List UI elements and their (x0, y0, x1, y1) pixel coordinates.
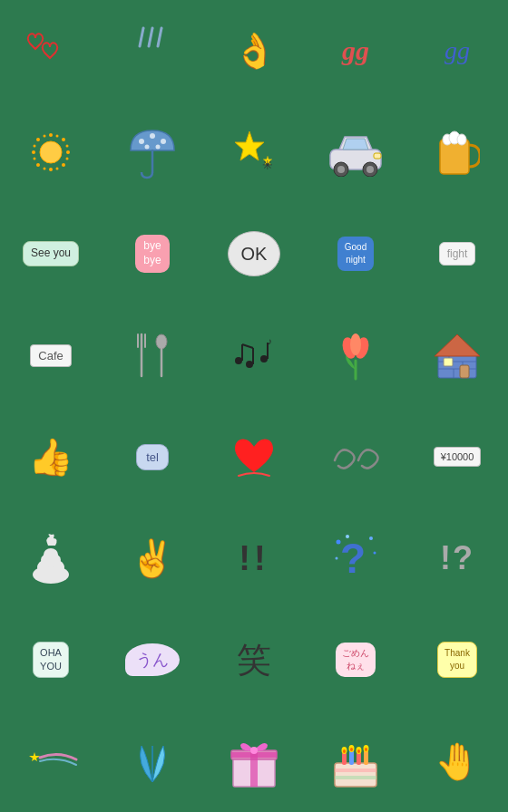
svg-point-38 (457, 134, 466, 145)
svg-point-49 (260, 355, 268, 362)
svg-point-14 (34, 145, 36, 148)
svg-point-68 (44, 548, 58, 561)
cell-music: ♪ (203, 304, 305, 406)
cell-good-night: Goodnight (305, 203, 406, 304)
tulip-icon (333, 328, 378, 382)
cell-peace: ✌️ (102, 508, 203, 609)
svg-point-70 (337, 540, 341, 545)
svg-line-2 (158, 28, 161, 46)
see-you-bubble: See you (23, 241, 79, 266)
umbrella-icon (127, 125, 178, 179)
gomen-bubble: ごめんねぇ (336, 643, 376, 677)
cell-open-hand: 🤚 (406, 710, 508, 812)
cell-curly-red: gg (305, 0, 406, 102)
cell-gift (203, 710, 305, 812)
svg-rect-84 (335, 776, 376, 779)
cell-heart-red (203, 406, 305, 508)
svg-point-6 (32, 150, 35, 154)
svg-point-95 (357, 749, 360, 753)
svg-point-23 (145, 145, 150, 150)
cell-sun (0, 102, 102, 203)
svg-point-44 (235, 357, 242, 364)
svg-point-11 (62, 163, 65, 167)
svg-point-31 (337, 166, 345, 173)
svg-line-0 (140, 28, 143, 46)
rain-drops-icon (132, 26, 172, 75)
cell-ok: OK (203, 203, 305, 304)
svg-point-46 (246, 361, 253, 368)
cell-hearts (0, 0, 102, 102)
svg-point-20 (139, 139, 144, 144)
house-icon (431, 329, 484, 382)
star-cluster-icon: ✳ (230, 128, 278, 177)
svg-point-55 (350, 334, 361, 355)
cell-car (305, 102, 406, 203)
svg-rect-63 (444, 358, 453, 366)
music-notes-icon: ♪ (230, 335, 278, 375)
gift-icon (228, 732, 280, 790)
cell-thumbs-up: 👍 (0, 406, 102, 508)
cell-star-streak (0, 710, 102, 812)
cell-thank-you: Thankyou (406, 609, 508, 710)
svg-point-74 (346, 535, 349, 538)
cell-star-cluster: ✳ (203, 102, 305, 203)
laugh-kanji-icon: 笑 (237, 637, 271, 683)
svg-rect-83 (335, 768, 376, 772)
svg-point-93 (343, 749, 346, 753)
cell-exclamation: !! (203, 508, 305, 609)
cell-oha-you: OHAYOU (0, 609, 102, 710)
cell-un: うん (102, 609, 203, 710)
fight-bubble: fight (439, 242, 476, 266)
svg-rect-34 (374, 153, 381, 159)
fork-spoon-icon (132, 331, 172, 380)
exclamation-icon: !! (239, 539, 269, 578)
svg-point-18 (44, 168, 46, 170)
svg-point-94 (350, 748, 353, 751)
svg-marker-75 (29, 752, 40, 761)
svg-point-72 (374, 552, 376, 555)
tel-bubble: tel (136, 444, 169, 470)
cell-yen: ¥10000 (406, 406, 508, 508)
interrobang-icon: !? (440, 539, 474, 577)
oha-you-bubble: OHAYOU (33, 642, 69, 679)
ok-hand-icon: 👌 (233, 31, 276, 71)
svg-point-73 (336, 557, 338, 560)
cell-house (406, 304, 508, 406)
svg-point-5 (49, 168, 53, 171)
open-hand-icon: 🤚 (435, 740, 480, 783)
svg-point-16 (66, 145, 69, 148)
birthday-cake-icon (329, 732, 382, 790)
cell-question: ? (305, 508, 406, 609)
svg-point-17 (66, 158, 69, 160)
svg-marker-62 (435, 334, 480, 356)
svg-line-48 (242, 344, 253, 348)
svg-rect-88 (364, 750, 368, 765)
blue-leaf-icon (132, 737, 172, 786)
car-icon (327, 128, 385, 177)
curly-blue-icon: gg (444, 36, 470, 65)
thumbs-up-icon: 👍 (28, 436, 73, 478)
svg-text:✳: ✳ (262, 158, 273, 172)
svg-rect-86 (349, 750, 354, 765)
ok-bubble: OK (228, 231, 280, 276)
un-bubble: うん (125, 643, 180, 676)
thank-you-bubble: Thankyou (437, 642, 477, 678)
cell-blue-leaf (102, 710, 203, 812)
cell-poop (0, 508, 102, 609)
cell-ok-hand: 👌 (203, 0, 305, 102)
svg-point-19 (56, 168, 59, 170)
svg-text:?: ? (340, 535, 366, 582)
cell-cake (305, 710, 406, 812)
cell-fork-spoon (102, 304, 203, 406)
cell-laugh-kanji: 笑 (203, 609, 305, 710)
cell-fight: fight (406, 203, 508, 304)
cell-umbrella (102, 102, 203, 203)
hearts-icon (26, 31, 75, 71)
svg-point-96 (365, 748, 367, 751)
beer-icon (435, 125, 480, 179)
svg-point-42 (156, 334, 167, 349)
yen-label: ¥10000 (434, 447, 482, 467)
cell-interrobang: !? (406, 508, 508, 609)
svg-point-7 (66, 150, 70, 154)
cell-rain (102, 0, 203, 102)
